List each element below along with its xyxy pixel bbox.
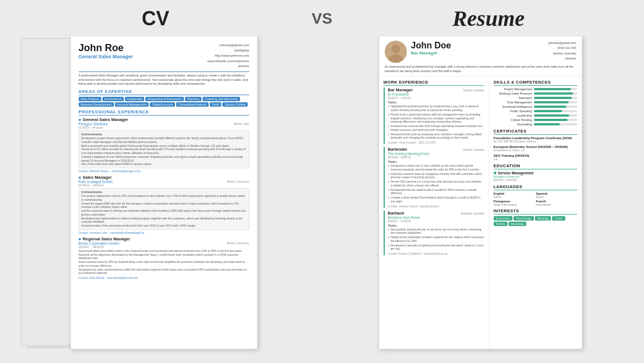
interest-0: Economics xyxy=(494,216,513,221)
cv-header-row: John Roe General Sales Manager johnroe@g… xyxy=(79,43,249,69)
lang-2: Portuguese Upper-intermediate xyxy=(494,200,535,206)
cv-paper: John Roe General Sales Manager johnroe@g… xyxy=(70,36,258,349)
resume-j3-date: 08/2007 – 07/2009 xyxy=(388,219,484,223)
lang-3: French Intermediate xyxy=(536,200,577,206)
resume-name-block: John Doe Bar Manager xyxy=(411,41,544,56)
resume-j1-title: Bar Manager xyxy=(388,87,413,92)
resume-skype: johndoe xyxy=(548,56,576,61)
skill-bar-bg-6 xyxy=(534,114,577,117)
skill-name-2: Teamwork xyxy=(494,96,532,100)
resume-j2-location: Sydney, Australia xyxy=(463,148,484,151)
cv-skills-grid: Date Analysis E-commerce Leadership Nego… xyxy=(79,97,249,107)
cv-skype: johnroe xyxy=(208,64,249,69)
resume-j3-task-1: Successfully stocking the bar so we neve… xyxy=(388,228,484,235)
resume-paper: John Doe Bar Manager johndoe@gmail.com 0… xyxy=(379,36,582,349)
resume-skills-title: SKILLS & COMPETENCES xyxy=(494,80,577,86)
languages-grid: English Native Spanish Expert Portuguese… xyxy=(494,192,577,206)
resume-j3-title: Barback xyxy=(388,211,405,216)
resume-j3-header: Barback Brisbane, Australia xyxy=(388,211,484,216)
cert-issuer-0: By CSE EMTW Education Institute xyxy=(494,140,577,143)
cv-skill-5: Coaching and Mentoring xyxy=(203,97,240,101)
skill-bar-bg-0 xyxy=(534,88,577,90)
skill-row-1: Working Under Pressure xyxy=(494,92,577,95)
resume-j3-company: Brisbane Irish Rover xyxy=(388,216,484,219)
cv-skill-4: Planning xyxy=(185,97,201,101)
skill-name-3: Time Management xyxy=(494,101,532,104)
skill-bar-fill-7 xyxy=(534,119,568,121)
resume-j3-task-3: Developed a new plan of opening and clos… xyxy=(388,244,484,251)
cert-item-0: Foundation Leadership Program Certificat… xyxy=(494,136,577,143)
skill-bar-bg-1 xyxy=(534,92,577,95)
resume-side: John Doe Bar Manager johndoe@gmail.com 0… xyxy=(328,36,633,358)
resume-email: johndoe@gmail.com xyxy=(548,41,576,46)
edu-date-0: 08/2005 – 06/2008 xyxy=(494,178,577,182)
resume-j2-task-5: Created a drink named Diamondback which … xyxy=(388,196,484,204)
skill-bar-bg-2 xyxy=(534,97,577,99)
cv-j2-contact: Contact: Veronika Lotte – veronika@rutha… xyxy=(79,231,249,234)
skill-name-1: Working Under Pressure xyxy=(494,92,532,95)
edu-item-0: Service Management Brisbane University 0… xyxy=(494,171,577,182)
resume-j1-tasks-label: Tasks: xyxy=(388,101,484,104)
skill-row-5: Public Speaking xyxy=(494,109,577,113)
skill-name-7: Critical Thinking xyxy=(494,118,532,122)
cert-issuer-1: Completed in London, UK xyxy=(494,148,577,152)
interest-4: Surfing xyxy=(494,222,507,226)
skill-row-4: Emotional Intelligence xyxy=(494,105,577,108)
skill-bar-bg-7 xyxy=(534,119,577,121)
skill-bar-bg-3 xyxy=(534,101,577,103)
cv-bio: A professional Sales Manager with analyt… xyxy=(79,74,249,86)
content-area: John Roe General Sales Manager johnroe@g… xyxy=(11,36,633,358)
resume-j1-task-4: Decreased total costs by analyzing team … xyxy=(388,133,484,140)
resume-j3-contact: Contact: Fintan O Sleáphia – fintan@iris… xyxy=(388,252,484,255)
skill-name-5: Public Speaking xyxy=(494,109,532,113)
cv-name: John Roe xyxy=(79,43,133,54)
resume-location: Sydney, Australia xyxy=(548,51,576,56)
resume-j1-task-3: Increased bar revenue with 20% through a… xyxy=(388,124,484,132)
cv-j2-title: Sales Manager xyxy=(83,175,112,180)
skill-name-6: Leadership xyxy=(494,114,532,117)
resume-j1-date: 06/2013 – 12/2019 xyxy=(388,96,484,100)
cv-side: John Roe General Sales Manager johnroe@g… xyxy=(11,36,316,358)
cv-job-1: General Sales Manager Paragon Solutions … xyxy=(79,117,249,173)
cv-j1-date: 01/2014 – Present xyxy=(79,126,249,129)
skill-bar-bg-5 xyxy=(534,110,577,112)
resume-contact-info: johndoe@gmail.com 0043 312 436 Sydney, A… xyxy=(548,41,576,61)
skill-row-7: Critical Thinking xyxy=(494,118,577,122)
skill-bar-fill-3 xyxy=(534,101,569,103)
resume-right-column: SKILLS & COMPETENCES Project Management … xyxy=(489,76,582,349)
cv-phone: 50458456 xyxy=(208,48,249,54)
skill-bar-bg-4 xyxy=(534,106,577,108)
resume-j2-tasks-label: Tasks: xyxy=(388,160,484,163)
cv-job-2: Sales Manager Ruth & Abigail GmbH. Berli… xyxy=(79,175,249,234)
lang-0: English Native xyxy=(494,192,535,199)
cv-skill-8: Salesforce.com xyxy=(150,102,175,107)
resume-j2-header: Bartender Sydney, Australia xyxy=(388,147,484,152)
resume-j2-task-1: Introduced a unique mix of new cocktails… xyxy=(388,164,484,172)
edu-degree-0: Service Management xyxy=(498,171,534,175)
resume-j1-location: Sydney, Australia xyxy=(463,89,484,92)
cv-skill-3: Negotiation & Persuasion xyxy=(145,97,184,101)
resume-j2-task-3: Served 145 customers in a busy hour with… xyxy=(388,180,484,188)
cv-j3-contact: Contact: Else Alfreda – else.alfreda@bro… xyxy=(79,276,249,279)
resume-j2-title: Bartender xyxy=(388,147,407,152)
resume-j1-company: El Presidente xyxy=(388,92,484,96)
cv-skill-1: E-commerce xyxy=(102,97,124,101)
cv-skill-9: Competitive Analysis xyxy=(176,102,209,107)
cv-heading: CV xyxy=(11,7,300,30)
cv-j2-desc: Cut product replacement cost by 35% and … xyxy=(81,194,247,228)
resume-j3-task-2: Helped all the bartenders to better orga… xyxy=(388,235,484,243)
skill-bar-fill-1 xyxy=(534,92,573,95)
cv-j2-location: Berlin, Germany xyxy=(227,180,249,184)
resume-work-title: WORK EXPERIENCE xyxy=(384,80,484,86)
cert-issuer-2: b.b xyxy=(494,157,577,161)
skill-bar-fill-6 xyxy=(534,114,570,117)
resume-j3-location: Brisbane, Australia xyxy=(461,212,484,215)
cv-skill-10: SaaS xyxy=(210,102,221,107)
resume-j2-contact: Contact: Jackson Parish – jack@nomad.in xyxy=(388,205,484,208)
interest-3: Chess xyxy=(552,216,565,221)
skill-row-6: Leadership xyxy=(494,114,577,117)
resume-j1-task-2: Proved to be a great team-player with th… xyxy=(388,113,484,124)
cert-item-2: SEO Training (09/2015) b.b xyxy=(494,154,577,161)
skill-bar-bg-8 xyxy=(534,123,577,125)
cv-skill-6: Business Development xyxy=(79,102,114,107)
